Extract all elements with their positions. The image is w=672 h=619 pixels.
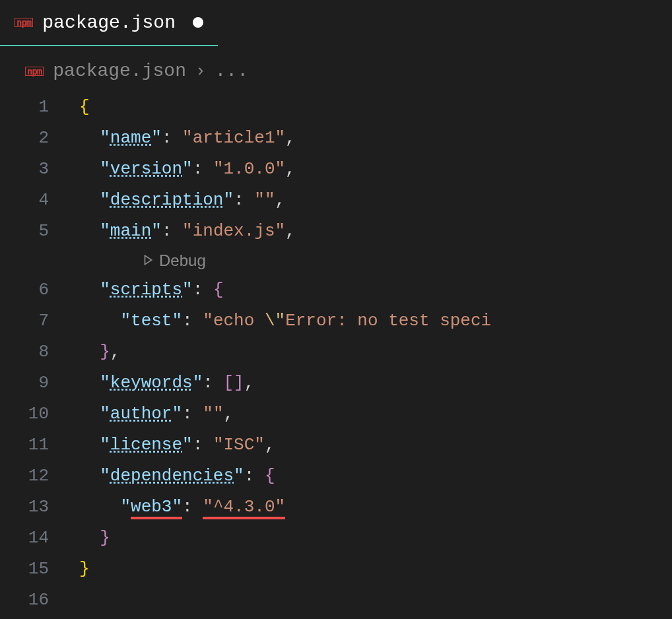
line-number: 6 [0,275,79,306]
tab-filename: package.json [42,13,176,33]
line-number: 5 [0,216,79,247]
code-line[interactable]: 3 "version": "1.0.0", [0,154,672,185]
code-line[interactable]: 2 "name": "article1", [0,123,672,154]
npm-icon: npm [15,18,33,27]
code-line[interactable]: 10 "author": "", [0,399,672,430]
tab-package-json[interactable]: npm package.json [0,0,218,46]
line-number: 16 [0,585,79,616]
codelens-debug-label: Debug [159,251,206,270]
code-editor[interactable]: 1{2 "name": "article1",3 "version": "1.0… [0,88,672,616]
line-number: 12 [0,461,79,492]
line-number: 11 [0,430,79,461]
line-number: 8 [0,337,79,368]
code-line[interactable]: 7 "test": "echo \"Error: no test speci [0,306,672,337]
tab-bar: npm package.json [0,0,672,46]
code-line[interactable]: 8 }, [0,337,672,368]
line-number: 3 [0,154,79,185]
code-line[interactable]: 15} [0,554,672,585]
code-line[interactable]: 13 "web3": "^4.3.0" [0,492,672,523]
code-line[interactable]: 5 "main": "index.js", [0,216,672,247]
modified-indicator-icon [193,17,203,28]
breadcrumb-filename: package.json [53,61,186,81]
code-line[interactable]: 4 "description": "", [0,185,672,216]
code-line[interactable]: 1{ [0,92,672,123]
line-number: 13 [0,492,79,523]
line-number: 14 [0,523,79,554]
line-number: 15 [0,554,79,585]
chevron-right-icon: › [195,61,206,81]
line-number: 10 [0,399,79,430]
line-number: 1 [0,92,79,123]
code-line[interactable]: 6 "scripts": { [0,275,672,306]
line-number: 7 [0,306,79,337]
code-line[interactable]: 14 } [0,523,672,554]
play-icon [142,251,154,270]
line-number: 4 [0,185,79,216]
code-line[interactable]: 12 "dependencies": { [0,461,672,492]
code-line[interactable]: 11 "license": "ISC", [0,430,672,461]
npm-icon: npm [25,67,44,76]
breadcrumb[interactable]: npm package.json › ... [0,46,672,88]
codelens-debug[interactable]: Debug [0,247,672,275]
line-number: 2 [0,123,79,154]
code-line[interactable]: 16 [0,585,672,616]
line-number: 9 [0,368,79,399]
code-line[interactable]: 9 "keywords": [], [0,368,672,399]
breadcrumb-rest: ... [215,61,248,81]
